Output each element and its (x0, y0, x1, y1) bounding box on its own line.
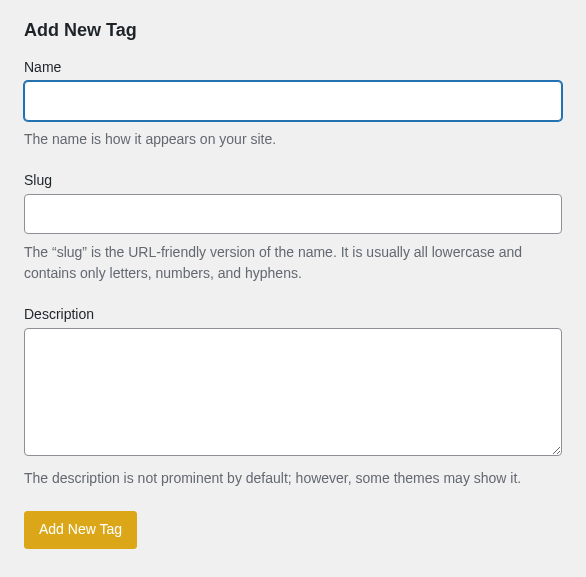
page-title: Add New Tag (24, 20, 562, 41)
slug-label: Slug (24, 172, 562, 188)
description-label: Description (24, 306, 562, 322)
slug-description: The “slug” is the URL-friendly version o… (24, 242, 562, 284)
description-description: The description is not prominent by defa… (24, 468, 562, 489)
form-field-name: Name The name is how it appears on your … (24, 59, 562, 150)
description-textarea[interactable] (24, 328, 562, 456)
name-label: Name (24, 59, 562, 75)
name-description: The name is how it appears on your site. (24, 129, 562, 150)
form-field-description: Description The description is not promi… (24, 306, 562, 489)
add-new-tag-button[interactable]: Add New Tag (24, 511, 137, 549)
form-field-slug: Slug The “slug” is the URL-friendly vers… (24, 172, 562, 284)
name-input[interactable] (24, 81, 562, 121)
slug-input[interactable] (24, 194, 562, 234)
